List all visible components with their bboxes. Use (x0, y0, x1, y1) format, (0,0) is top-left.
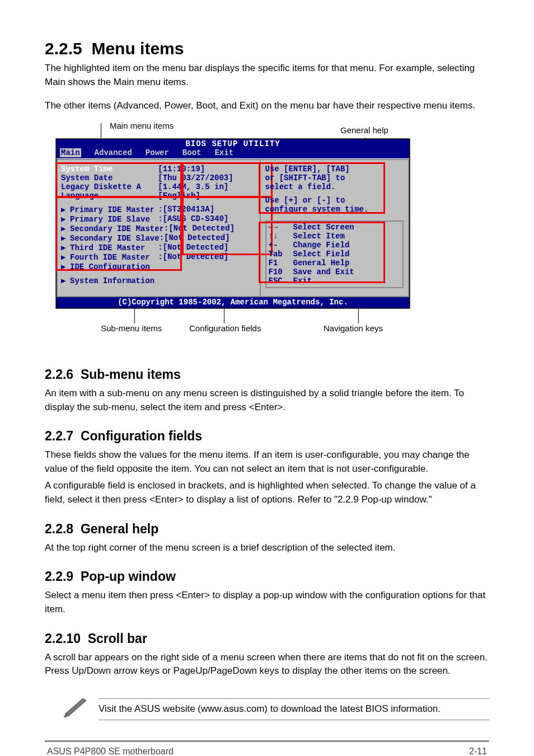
submenu-item[interactable]: ▶Secondary IDE Master (61, 224, 164, 233)
sec-num: 2.2.10 (45, 631, 81, 646)
help-text: or [SHIFT-TAB] to (265, 173, 404, 182)
bios-window: BIOS SETUP UTILITY Main Advanced Power B… (56, 139, 410, 308)
bios-menubar: Main Advanced Power Boot Exit (57, 148, 409, 158)
tab-advanced[interactable]: Advanced (95, 148, 132, 157)
note-icon (62, 695, 87, 720)
submenu-item[interactable]: ▶Secondary IDE Slave (61, 233, 160, 243)
submenu-item[interactable]: ▶Fourth IDE Master (61, 252, 158, 262)
sec-title: General help (81, 522, 158, 536)
tab-boot[interactable]: Boot (182, 148, 202, 157)
sec-num: 2.2.7 (45, 429, 73, 443)
submenu-item[interactable]: ▶Third IDE Master (61, 243, 158, 252)
help-text: configure system time. (265, 205, 404, 214)
submenu-value: :[ST320413A] (158, 205, 255, 214)
field-label[interactable]: System Time (61, 165, 158, 173)
field-label[interactable]: Legacy Diskette A (61, 182, 158, 191)
help-text: select a field. (265, 182, 404, 191)
footer-left: ASUS P4P800 SE motherboard (47, 746, 174, 756)
help-text: Use [ENTER], [TAB] (265, 165, 404, 173)
callout-main-items: Main menu items (110, 121, 174, 130)
p226: An item with a sub-menu on any menu scre… (45, 387, 489, 414)
submenu-value: :[Not Detected] (164, 224, 255, 233)
callout-line (365, 138, 366, 141)
divider (99, 720, 489, 720)
footer-right: 2-11 (469, 746, 487, 756)
callout-config-fields: Configuration fields (189, 323, 261, 333)
submenu-item[interactable]: ▶Primary IDE Master (61, 205, 158, 214)
field-label[interactable]: Language (61, 191, 158, 200)
bios-copyright: (C)Copyright 1985-2002, American Megatre… (57, 297, 409, 308)
sec-title: Configuration fields (81, 429, 202, 443)
sec-num: 2.2.9 (45, 569, 73, 584)
sec-title: Menu items (91, 39, 184, 58)
submenu-item[interactable]: ▶System Information (61, 276, 255, 285)
sec-num: 2.2.6 (45, 367, 73, 382)
note-text: Visit the ASUS website (www.asus.com) to… (99, 702, 489, 716)
intro-p1: The highlighted item on the menu bar dis… (45, 62, 489, 89)
callout-general-help: General help (340, 125, 388, 135)
sec-title: Sub-menu items (81, 367, 181, 382)
field-value[interactable]: [Thu 03/27/2003] (158, 173, 255, 182)
nav-key: F10 (269, 267, 293, 276)
submenu-value (158, 262, 255, 271)
p228: At the top right corner of the menu scre… (45, 541, 489, 555)
tab-exit[interactable]: Exit (214, 148, 233, 157)
bios-left-pane: System Time[11:10:19] System Date[Thu 03… (57, 159, 260, 297)
footer-divider (45, 740, 489, 742)
field-value[interactable]: [English] (158, 191, 255, 200)
nav-label: Select Screen (293, 223, 354, 232)
nav-key: Tab (269, 250, 293, 259)
submenu-value: :[Not Detected] (158, 243, 255, 252)
submenu-value: :[Not Detected] (160, 233, 255, 243)
divider (99, 698, 489, 699)
nav-label: Select Item (293, 232, 345, 241)
nav-label: Select Field (293, 250, 350, 259)
help-text: Use [+] or [-] to (265, 196, 404, 205)
nav-label: General Help (293, 259, 350, 267)
tab-main[interactable]: Main (60, 148, 81, 157)
p227a: These fields show the values for the men… (45, 448, 489, 476)
nav-key: ↑↓ (269, 232, 293, 241)
callout-submenu: Sub-menu items (101, 323, 162, 333)
sec-num: 2.2.5 (45, 39, 82, 58)
submenu-value: :[Not Detected] (158, 252, 255, 262)
field-value[interactable]: [1.44M, 3.5 in] (158, 182, 255, 191)
submenu-value: :[ASUS CD-S340] (158, 214, 255, 224)
field-label[interactable]: System Date (61, 173, 158, 182)
callout-nav-keys: Navigation keys (324, 323, 383, 333)
callout-line (134, 308, 135, 323)
callout-line (358, 308, 359, 323)
sec-title: Pop-up window (81, 569, 176, 584)
nav-label: Exit (293, 276, 312, 285)
bios-title: BIOS SETUP UTILITY (57, 139, 409, 148)
intro-p2: The other items (Advanced, Power, Boot, … (45, 99, 489, 113)
callout-line (224, 308, 224, 323)
sec-num: 2.2.8 (45, 522, 73, 536)
nav-keys-box: ←→Select Screen ↑↓Select Item +-Change F… (265, 220, 404, 288)
nav-key: ESC (269, 276, 293, 285)
field-value[interactable]: [11:10:19] (158, 165, 255, 173)
nav-key: +- (269, 241, 293, 250)
p229: Select a menu item then press <Enter> to… (45, 589, 489, 616)
sec-title: Scroll bar (88, 631, 147, 646)
submenu-item[interactable]: ▶IDE Configuration (61, 262, 158, 271)
bios-right-pane: Use [ENTER], [TAB] or [SHIFT-TAB] to sel… (260, 159, 410, 297)
nav-label: Save and Exit (293, 267, 354, 276)
nav-key: F1 (269, 259, 293, 267)
tab-power[interactable]: Power (146, 148, 169, 157)
nav-label: Change Field (293, 241, 350, 250)
callout-line (101, 123, 101, 139)
nav-key: ←→ (269, 223, 293, 232)
submenu-item[interactable]: ▶Primary IDE Slave (61, 214, 158, 224)
p227b: A configurable field is enclosed in brac… (45, 479, 489, 506)
p2210: A scroll bar appears on the right side o… (45, 651, 489, 678)
